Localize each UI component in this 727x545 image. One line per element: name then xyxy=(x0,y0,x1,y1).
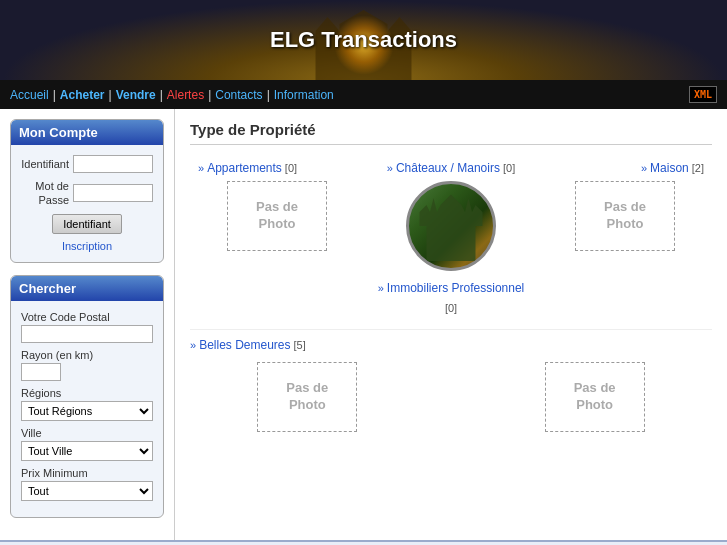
belles-count: [5] xyxy=(294,339,306,351)
belles-no-photo-2: Pas dePhoto xyxy=(545,362,645,432)
belles-no-photo-1: Pas dePhoto xyxy=(257,362,357,432)
belles-header: » Belles Demeures [5] xyxy=(190,338,712,352)
chateau-image xyxy=(406,181,496,271)
prop-col-maison: » Maison [2] Pas dePhoto xyxy=(538,157,712,319)
belles-demeures-section: » Belles Demeures [5] Pas dePhoto Pas de… xyxy=(190,329,712,436)
nav-sep-2: | xyxy=(109,88,112,102)
xml-badge: XML xyxy=(689,86,717,103)
ville-select[interactable]: Tout Ville xyxy=(21,441,153,461)
bottom-bar: CHERCHER UNE PROPRIETE: LIEU: OPTIONS: xyxy=(0,540,727,545)
maison-count: [2] xyxy=(692,162,704,174)
nav-contacts[interactable]: Contacts xyxy=(215,88,262,102)
nav-sep-4: | xyxy=(208,88,211,102)
arrow-icon-maison: » xyxy=(641,162,647,174)
prop-col-appartements: » Appartements [0] Pas dePhoto xyxy=(190,157,364,319)
nav-links: Accueil | Acheter | Vendre | Alertes | C… xyxy=(10,88,334,102)
maison-header: » Maison [2] xyxy=(546,161,704,175)
nav-vendre[interactable]: Vendre xyxy=(116,88,156,102)
appartements-link[interactable]: Appartements xyxy=(207,161,282,175)
arrow-icon-appartements: » xyxy=(198,162,204,174)
code-postal-label: Votre Code Postal xyxy=(21,311,153,323)
chateau-silhouette xyxy=(416,191,486,261)
nav-sep-3: | xyxy=(160,88,163,102)
mon-compte-title: Mon Compte xyxy=(11,120,163,145)
chercher-content: Votre Code Postal Rayon (en km) Régions … xyxy=(11,301,163,517)
nav-sep-5: | xyxy=(267,88,270,102)
mot-de-passe-label: Mot de Passe xyxy=(21,179,69,208)
belles-link[interactable]: Belles Demeures xyxy=(199,338,290,352)
prix-min-select[interactable]: Tout xyxy=(21,481,153,501)
identifiant-input[interactable] xyxy=(73,155,153,173)
ville-label: Ville xyxy=(21,427,153,439)
immopro-link[interactable]: Immobiliers Professionnel xyxy=(387,281,524,295)
header: ELG Transactions xyxy=(0,0,727,80)
identifiant-button[interactable]: Identifiant xyxy=(52,214,122,234)
chateaux-header: » Châteaux / Manoirs [0] xyxy=(372,161,530,175)
chercher-title: Chercher xyxy=(11,276,163,301)
main-content: Type de Propriété » Appartements [0] Pas… xyxy=(175,109,727,540)
immopro-count: [0] xyxy=(445,302,457,314)
rayon-label: Rayon (en km) xyxy=(21,349,153,361)
immobiliers-pro-section: » Immobiliers Professionnel [0] xyxy=(372,277,530,315)
identifiant-row: Identifiant xyxy=(21,155,153,173)
appartements-count: [0] xyxy=(285,162,297,174)
nav-acheter[interactable]: Acheter xyxy=(60,88,105,102)
identifiant-label: Identifiant xyxy=(21,157,69,171)
regions-select[interactable]: Tout Régions xyxy=(21,401,153,421)
maison-link[interactable]: Maison xyxy=(650,161,689,175)
immopro-header: » Immobiliers Professionnel xyxy=(372,277,530,295)
mot-de-passe-row: Mot de Passe xyxy=(21,179,153,208)
section-title: Type de Propriété xyxy=(190,121,712,145)
nav-sep-1: | xyxy=(53,88,56,102)
regions-label: Régions xyxy=(21,387,153,399)
site-title: ELG Transactions xyxy=(270,27,457,53)
mot-de-passe-input[interactable] xyxy=(73,184,153,202)
mon-compte-content: Identifiant Mot de Passe Identifiant Ins… xyxy=(11,145,163,262)
main-layout: Mon Compte Identifiant Mot de Passe Iden… xyxy=(0,109,727,540)
nav-information[interactable]: Information xyxy=(274,88,334,102)
appartements-no-photo: Pas dePhoto xyxy=(227,181,327,251)
chercher-box: Chercher Votre Code Postal Rayon (en km)… xyxy=(10,275,164,518)
arrow-icon-belles: » xyxy=(190,339,196,351)
belles-photos: Pas dePhoto Pas dePhoto xyxy=(190,358,712,436)
prix-min-label: Prix Minimum xyxy=(21,467,153,479)
code-postal-input[interactable] xyxy=(21,325,153,343)
chateaux-link[interactable]: Châteaux / Manoirs xyxy=(396,161,500,175)
arrow-icon-immopro: » xyxy=(378,282,384,294)
property-type-grid: » Appartements [0] Pas dePhoto » Château… xyxy=(190,157,712,319)
prop-col-chateaux: » Châteaux / Manoirs [0] » Immobiliers P… xyxy=(364,157,538,319)
chateaux-count: [0] xyxy=(503,162,515,174)
rayon-input[interactable] xyxy=(21,363,61,381)
arrow-icon-chateaux: » xyxy=(387,162,393,174)
nav-alertes[interactable]: Alertes xyxy=(167,88,204,102)
nav-accueil[interactable]: Accueil xyxy=(10,88,49,102)
navbar: Accueil | Acheter | Vendre | Alertes | C… xyxy=(0,80,727,109)
appartements-header: » Appartements [0] xyxy=(198,161,356,175)
mon-compte-box: Mon Compte Identifiant Mot de Passe Iden… xyxy=(10,119,164,263)
maison-no-photo: Pas dePhoto xyxy=(575,181,675,251)
sidebar: Mon Compte Identifiant Mot de Passe Iden… xyxy=(0,109,175,540)
inscription-link[interactable]: Inscription xyxy=(21,240,153,252)
